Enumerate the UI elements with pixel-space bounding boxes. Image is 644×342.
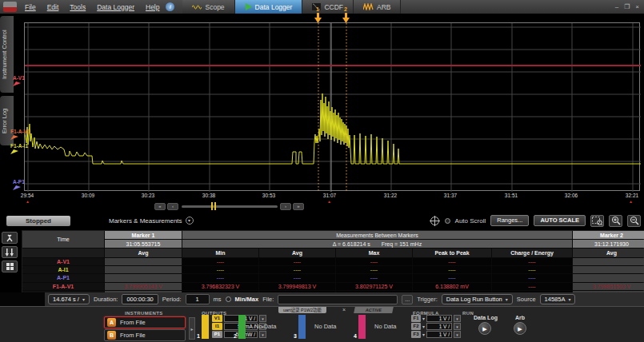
chevron-down-icon[interactable]: ▾ [422,324,425,329]
chart-toolbar: Stopped Markers & Measurements ▾ Auto Sc… [0,213,644,229]
channel-label-a-v1[interactable]: A-V1 [13,75,25,86]
chevron-down-icon[interactable]: ▾ [259,315,266,322]
formula-f3-row: F3 ▾ 1 V / ▾ [411,331,461,338]
tab-scope[interactable]: Scope [182,0,234,14]
auto-scale-button[interactable]: AUTO SCALE [534,215,586,226]
menu-edit[interactable]: Edit [47,3,59,11]
channel4-bar[interactable] [358,315,366,339]
period-input[interactable]: 1 [186,294,210,304]
row-label[interactable]: A-P1 [22,274,104,281]
restore-button[interactable]: ❐ [624,3,630,10]
f2-scale-value[interactable]: 1 V / [426,323,452,330]
scroll-prev-button[interactable]: ‹ [167,203,178,210]
file-tab[interactable]: uart记录 P1W2功能 [278,307,326,313]
marker2-flag[interactable]: 2 [341,7,350,26]
arb-run-button[interactable]: ▶ [514,322,526,335]
trigger-dropdown[interactable]: Data Log Run Button ▾ [442,294,513,304]
close-button[interactable]: × [635,3,639,10]
browse-button[interactable]: ... [402,295,413,304]
file-input[interactable] [278,295,398,304]
zoom-out-button[interactable] [627,215,641,227]
chevron-down-icon[interactable]: ▾ [454,315,461,322]
axis-marker-cursor-icon: ▲ [327,199,331,204]
markers-measurements-label: Markers & Measurements [109,217,182,225]
f1-scale-value[interactable]: 1 V / [426,315,452,322]
scroll-last-button[interactable]: » [293,203,304,210]
duration-label: Duration: [94,296,118,303]
ranges-button[interactable]: Ranges... [490,215,529,226]
tab-scope-label: Scope [205,3,224,11]
tab-data-logger[interactable]: Data Logger [235,0,303,14]
f3-badge[interactable]: F3 [411,331,421,338]
active-tab[interactable]: ACTIVE [354,307,394,313]
chevron-down-icon[interactable]: ▾ [454,323,461,330]
scroll-handle[interactable] [210,202,217,210]
cell [105,266,182,273]
v1-badge[interactable]: V1 [212,315,222,322]
ptp-colhead: Peak to Peak [413,249,491,257]
x-axis: 29:54 30:09 30:23 30:38 30:53 31:07 31:2… [24,193,640,200]
row-label[interactable]: A-V1 [22,258,104,265]
minmax-checkbox[interactable] [226,296,231,302]
menu-tools[interactable]: Tools [70,3,86,11]
zoom-region-button[interactable] [590,215,604,227]
f2-badge[interactable]: F2 [411,323,421,330]
cell: ---- [413,266,491,273]
marker2-header[interactable]: Marker 2 [573,231,644,239]
time-per-div-dropdown[interactable]: 14.674 s / ▾ [48,294,90,304]
zoom-in-button[interactable] [609,215,622,227]
formula-f1-row: F1 ▾ 1 V / ▾ [411,315,461,322]
source-dropdown[interactable]: 14585A ▾ [540,294,576,304]
i1-badge[interactable]: I1 [212,323,222,330]
instrument-b-button[interactable]: B From File [104,329,186,341]
instrument-a-button[interactable]: A From File [104,316,186,328]
channel-label-f1-a-v1[interactable]: F1-A-V1 [10,129,30,140]
chevron-down-icon[interactable]: ▾ [422,316,425,321]
minimize-button[interactable]: – [615,3,618,10]
menu-file[interactable]: File [25,3,36,11]
menu-help[interactable]: Help [146,3,159,11]
marker-flags-icon [5,249,14,256]
chevron-down-icon[interactable]: ▾ [454,331,461,338]
cell [573,258,644,265]
duration-value[interactable]: 000:00:30 [122,294,158,304]
channel-label-a-p1[interactable]: A-P1 [13,179,25,190]
row-label[interactable]: F1-A-V1 [22,283,104,290]
channel3-status: No Data [314,323,337,330]
marker1-flag[interactable]: 1 [313,7,322,26]
strip-chart[interactable] [24,22,640,191]
scroll-next-button[interactable]: › [280,203,291,210]
channel2-bar[interactable] [238,315,246,339]
sidebar-tab-instrument-control[interactable]: Instrument Control [0,16,14,93]
p1-badge[interactable]: P1 [212,331,222,338]
scroll-first-button[interactable]: « [154,203,166,210]
scroll-track[interactable] [182,205,278,208]
measurements-table: Time Marker 1 Measurements Between Marke… [22,230,644,299]
file-tab-close-icon[interactable]: × [342,307,346,313]
x-tick: 31:51 [505,193,518,198]
f3-scale-value[interactable]: 1 V / [426,331,452,338]
row-label[interactable]: A-I1 [22,266,104,273]
info-icon[interactable]: i [166,2,174,11]
chevron-down-icon[interactable]: ▾ [422,332,425,337]
channel3-bar[interactable] [298,315,306,339]
crosshair-icon[interactable] [430,216,440,226]
cell: 6.138802 mV [413,283,491,290]
tab-arb[interactable]: ARB [354,0,401,14]
chevron-down-icon[interactable]: ▾ [259,331,266,338]
markers-toggle-button[interactable] [2,246,18,258]
channel1-bar[interactable] [202,315,209,339]
grid-view-button[interactable] [2,260,18,272]
cell: ---- [413,274,491,281]
settings-wrench-button[interactable] [2,232,18,244]
chevron-down-icon: ▾ [82,296,85,302]
data-log-run-button[interactable]: ▶ [478,322,491,335]
channel-label-f1-a-i1[interactable]: F1-A-I1 [10,143,28,154]
x-tick: 30:09 [82,193,94,198]
f1-badge[interactable]: F1 [411,315,421,322]
instruments-expander[interactable]: ▸ [189,317,195,340]
marker1-header[interactable]: Marker 1 [105,231,182,239]
auto-scroll-radio[interactable] [445,218,450,224]
markers-measurements-menu[interactable]: Markers & Measurements ▾ [109,217,194,225]
menu-data-logger[interactable]: Data Logger [97,3,134,11]
